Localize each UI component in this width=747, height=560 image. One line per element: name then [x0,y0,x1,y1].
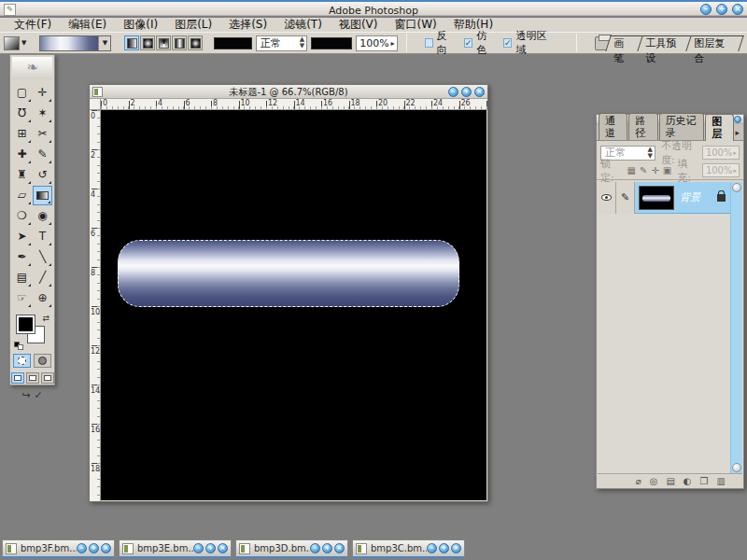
tab-通道[interactable]: 通道 [599,113,627,140]
default-colors-icon[interactable] [14,342,23,350]
lock-transparency-icon[interactable]: ▦ [627,165,636,175]
doc-restore-button[interactable]: – [77,543,87,553]
standard-mode-button[interactable] [13,354,31,368]
path-selection-tool[interactable]: ➤ [12,227,32,246]
hand-tool[interactable]: ☞ [12,288,32,308]
restore-button[interactable]: + [716,4,727,15]
menu-item[interactable]: 编辑(E) [60,18,115,32]
doc-close-button[interactable]: × [334,543,345,553]
reflected-gradient-button[interactable] [172,35,187,50]
gradient-tool[interactable] [33,186,52,205]
lock-position-icon[interactable]: ✛ [651,165,658,175]
scroll-up-button[interactable] [732,183,741,192]
layer-mask-icon[interactable]: ◎ [650,476,658,486]
reverse-checkbox[interactable] [425,38,433,48]
blur-tool[interactable]: ❍ [12,206,32,226]
tab-路径[interactable]: 路径 [628,113,657,140]
angle-gradient-button[interactable] [156,35,171,50]
doc-maximize-button[interactable]: + [439,543,449,553]
check-icon[interactable]: ✓ [35,389,43,401]
pen-tool[interactable]: ✒ [12,247,32,267]
swap-colors-icon[interactable]: ⇄ [42,314,49,323]
brush-tool[interactable]: ✎ [33,145,52,164]
doc-restore-button[interactable]: – [427,543,437,553]
new-group-icon[interactable]: ▤ [666,476,674,486]
doc-restore-button[interactable]: – [193,543,204,553]
layer-opacity-field[interactable]: 100% ▸ [702,146,740,160]
move-tool[interactable]: ✛ [33,83,52,103]
doc-maximize-button[interactable]: + [322,543,332,553]
new-layer-icon[interactable]: ❐ [700,476,709,486]
doc-maximize-button[interactable]: + [205,543,216,553]
lasso-tool[interactable]: ℧ [12,104,32,123]
history-brush-tool[interactable]: ↺ [33,165,52,185]
jump-to-imageready-icon[interactable]: ↪ [21,389,30,401]
transparency-checkbox[interactable]: ✓ [503,38,513,48]
fullscreen-button[interactable] [41,372,54,384]
dither-checkbox[interactable]: ✓ [464,38,473,48]
scroll-down-button[interactable] [732,463,741,472]
visibility-toggle[interactable] [598,182,616,214]
dodge-tool[interactable]: ◉ [33,206,52,226]
menu-item[interactable]: 文件(F) [6,18,60,32]
menu-item[interactable]: 选择(S) [220,18,275,32]
crop-tool[interactable]: ⊞ [12,124,32,144]
menu-item[interactable]: 视图(V) [331,18,387,32]
gradient-picker[interactable]: ▼ [39,35,111,51]
eraser-tool[interactable]: ▱ [12,186,32,205]
close-button[interactable]: × [732,4,743,15]
doc-close-button[interactable]: × [474,87,485,97]
gradient-pill-selection[interactable] [118,240,459,307]
lock-all-icon[interactable]: ▣ [663,165,671,175]
doc-close-button[interactable]: × [101,543,111,553]
fullscreen-menubar-button[interactable] [26,372,39,384]
taskbar-doc[interactable]: bmp3D.bm...–+× [235,539,348,558]
layer-fill-field[interactable]: 100% ▸ [702,163,740,177]
adjustment-layer-icon[interactable]: ◐ [684,476,692,486]
doc-minimize-button[interactable]: – [448,87,458,97]
healing-brush-tool[interactable]: ✚ [12,145,32,164]
lock-image-icon[interactable]: ✎ [640,165,647,175]
doc-close-button[interactable]: × [451,543,461,553]
doc-restore-button[interactable]: – [310,543,320,553]
type-tool[interactable]: T [33,227,52,246]
linear-gradient-button[interactable] [124,35,139,50]
photoshop-feather-logo[interactable]: ❧ [12,57,52,79]
palette-close-button[interactable] [734,116,741,123]
layer-style-icon[interactable]: ⌀ [636,476,641,486]
layer-list-scrollbar[interactable] [730,182,742,473]
menu-item[interactable]: 图像(I) [115,18,166,32]
line-tool[interactable]: ╲ [33,247,52,267]
well-tab-图层复合[interactable]: 图层复合 [686,35,744,51]
tab-图层[interactable]: 图层 [705,114,734,141]
magic-wand-tool[interactable]: ✶ [33,104,52,123]
tab-历史记录[interactable]: 历史记录 [659,113,705,140]
doc-close-button[interactable]: × [218,543,228,553]
document-titlebar[interactable]: 未标题-1 @ 66.7%(RGB/8) – + × [90,85,487,99]
doc-maximize-button[interactable]: + [461,87,472,97]
standard-screen-button[interactable] [11,372,24,384]
doc-maximize-button[interactable]: + [89,543,99,553]
slice-tool[interactable]: ✂ [33,124,52,144]
layer-row-background[interactable]: ✎ 背景 [598,182,730,214]
notes-tool[interactable]: ▤ [12,268,32,287]
taskbar-doc[interactable]: bmp3C.bm...–+× [352,539,465,558]
taskbar-doc[interactable]: bmp3E.bm...–+× [119,539,232,558]
radial-gradient-button[interactable] [140,35,155,50]
clone-stamp-tool[interactable]: ♜ [12,165,32,185]
menu-item[interactable]: 滤镜(T) [275,18,331,32]
zoom-tool[interactable]: ⊕ [33,288,52,308]
more-tabs-icon[interactable]: ▸ [735,125,740,140]
layer-thumbnail[interactable] [639,186,674,210]
opacity-field[interactable]: 100% ▸ [356,35,397,51]
eyedropper-tool[interactable]: ╱ [33,268,52,287]
quick-mask-mode-button[interactable] [34,354,51,368]
taskbar-doc[interactable]: bmp3F.bm...–+× [2,539,115,558]
diamond-gradient-button[interactable] [188,35,203,50]
rectangular-marquee-tool[interactable]: ▢ [12,83,32,103]
blend-mode-select[interactable]: 正常 ▲▼ [256,35,307,51]
minimize-button[interactable]: – [700,4,712,15]
tool-preset-picker[interactable]: ▼ [4,36,26,50]
chevron-down-icon[interactable]: ▼ [98,36,110,50]
layer-name[interactable]: 背景 [680,190,717,204]
